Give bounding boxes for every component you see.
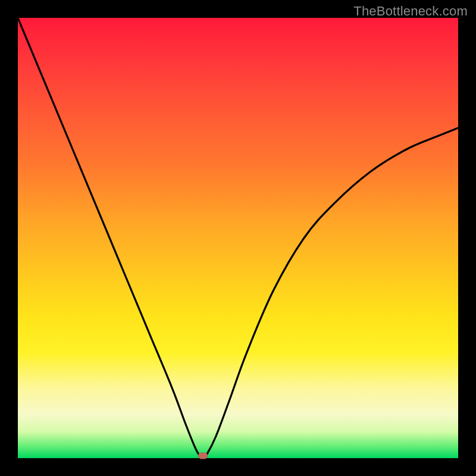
min-point-marker [198, 453, 208, 459]
chart-frame: TheBottleneck.com [0, 0, 476, 476]
bottleneck-curve [18, 18, 458, 458]
watermark-text: TheBottleneck.com [353, 4, 468, 19]
plot-area [18, 18, 458, 458]
curve-svg [18, 18, 458, 458]
